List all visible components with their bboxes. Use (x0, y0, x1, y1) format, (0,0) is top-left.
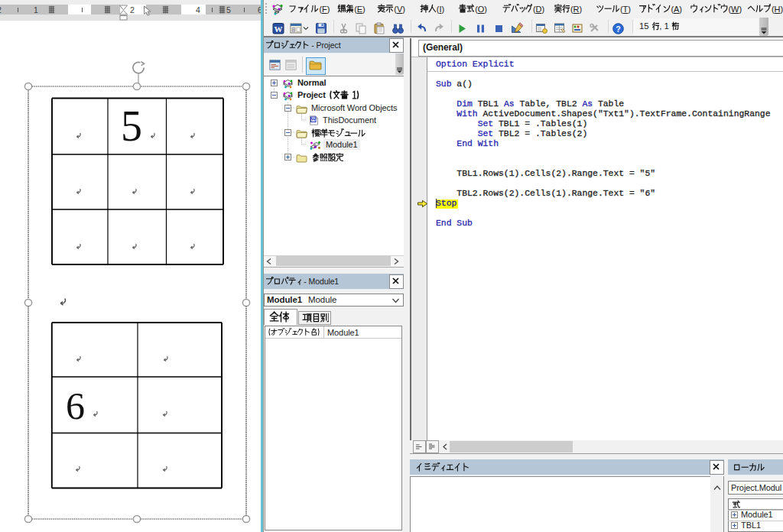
svg-text:?: ? (616, 24, 620, 34)
svg-text:W: W (275, 24, 283, 34)
svg-text:W: W (311, 116, 317, 122)
